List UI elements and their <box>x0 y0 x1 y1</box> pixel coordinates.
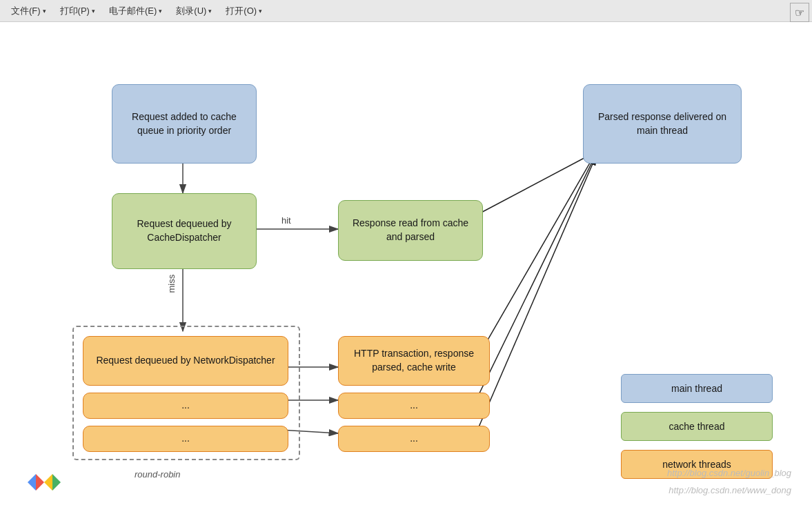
box-ellipsis3-text: ... <box>410 399 418 413</box>
menu-open[interactable]: 打开(O) ▾ <box>220 3 268 19</box>
menu-print-arrow: ▾ <box>92 8 95 14</box>
svg-line-11 <box>476 156 596 433</box>
svg-line-8 <box>476 153 593 215</box>
hit-label: hit <box>281 215 291 226</box>
box-ellipsis4: ... <box>338 426 490 452</box>
menu-print[interactable]: 打印(P) ▾ <box>55 3 101 19</box>
watermark2: http://blog.csdn.net/www_dong <box>669 485 791 495</box>
menu-burn[interactable]: 刻录(U) ▾ <box>170 3 217 19</box>
box-response-read-text: Response read from cache and parsed <box>347 217 474 244</box>
legend-main-thread: main thread <box>621 374 773 403</box>
svg-marker-13 <box>36 474 44 491</box>
svg-marker-15 <box>52 474 61 491</box>
box-http-transaction-text: HTTP transaction, response parsed, cache… <box>347 347 481 374</box>
box-request-dequeued-cache: Request dequeued by CacheDispatcher <box>112 193 257 269</box>
box-parsed-response-text: Parsed response delivered on main thread <box>592 110 733 137</box>
menu-bar: 文件(F) ▾ 打印(P) ▾ 电子邮件(E) ▾ 刻录(U) ▾ 打开(O) … <box>0 0 812 22</box>
box-request-added-to-cache: Request added to cache queue in priority… <box>112 84 257 164</box>
miss-label: miss <box>166 275 177 293</box>
watermark1: http://blog.csdn.net/guolin_blog <box>667 468 791 478</box>
svg-line-9 <box>476 155 595 360</box>
menu-open-arrow: ▾ <box>259 8 262 14</box>
box-request-added-to-cache-text: Request added to cache queue in priority… <box>121 110 248 137</box>
legend-main-thread-label: main thread <box>671 383 722 394</box>
box-http-transaction: HTTP transaction, response parsed, cache… <box>338 336 490 386</box>
menu-burn-arrow: ▾ <box>208 8 212 14</box>
legend-cache-thread-label: cache thread <box>669 421 725 432</box>
box-ellipsis4-text: ... <box>410 432 418 446</box>
box-request-dequeued-network: Request dequeued by NetworkDispatcher <box>83 336 288 386</box>
cursor-icon: ☞ <box>790 3 809 22</box>
menu-email[interactable]: 电子邮件(E) ▾ <box>103 3 168 19</box>
box-ellipsis2: ... <box>83 426 288 452</box>
svg-line-10 <box>476 155 595 400</box>
box-ellipsis2-text: ... <box>181 432 190 446</box>
svg-marker-12 <box>28 474 36 491</box>
menu-file-arrow: ▾ <box>43 8 46 14</box>
menu-email-arrow: ▾ <box>159 8 162 14</box>
box-ellipsis1: ... <box>83 393 288 419</box>
box-response-read: Response read from cache and parsed <box>338 200 483 261</box>
google-logo <box>28 468 61 501</box>
round-robin-label: round-robin <box>135 469 181 480</box>
legend-cache-thread: cache thread <box>621 412 773 441</box>
box-request-dequeued-network-text: Request dequeued by NetworkDispatcher <box>96 354 275 368</box>
svg-marker-14 <box>44 474 52 491</box>
box-parsed-response: Parsed response delivered on main thread <box>583 84 742 164</box>
box-request-dequeued-cache-text: Request dequeued by CacheDispatcher <box>121 217 248 244</box>
box-ellipsis3: ... <box>338 393 490 419</box>
diagram-area: Request added to cache queue in priority… <box>0 22 812 523</box>
box-ellipsis1-text: ... <box>181 399 190 413</box>
menu-file[interactable]: 文件(F) ▾ <box>6 3 52 19</box>
